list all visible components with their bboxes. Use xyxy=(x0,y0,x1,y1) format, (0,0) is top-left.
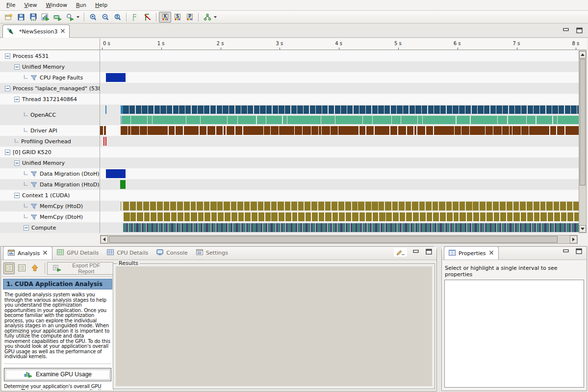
tree-item-memcpy-htod[interactable]: MemCpy (HtoD) xyxy=(0,201,100,211)
timeline-interval-bar[interactable] xyxy=(417,126,425,135)
scroll-up-button[interactable] xyxy=(579,51,586,58)
timeline-interval-bar[interactable] xyxy=(541,223,544,232)
close-icon[interactable] xyxy=(488,250,494,257)
timeline-interval-bar[interactable] xyxy=(561,223,564,232)
timeline-interval-bar[interactable] xyxy=(157,202,163,210)
timeline-interval-bar[interactable] xyxy=(223,223,226,232)
timeline-interval-bar[interactable] xyxy=(169,126,175,135)
timeline-interval-bar[interactable] xyxy=(124,212,129,221)
timeline-interval-bar[interactable] xyxy=(248,223,251,232)
timeline-interval-bar[interactable] xyxy=(153,116,186,124)
timeline-interval-bar[interactable] xyxy=(559,105,564,114)
timeline-interval-bar[interactable] xyxy=(372,105,378,114)
timeline-interval-bar[interactable] xyxy=(406,212,412,221)
timeline-interval-bar[interactable] xyxy=(310,105,315,114)
timeline-interval-bar[interactable] xyxy=(129,105,135,114)
timeline-interval-bar[interactable] xyxy=(529,126,549,135)
process-colors-button[interactable]: P xyxy=(183,12,196,23)
tab-cpu-details[interactable]: CPU Details xyxy=(102,246,152,260)
timeline-interval-bar[interactable] xyxy=(121,105,123,114)
timeline-interval-bar[interactable] xyxy=(228,223,231,232)
timeline-interval-bar[interactable] xyxy=(231,212,237,221)
timeline-interval-bar[interactable] xyxy=(357,223,360,232)
timeline-interval-bar[interactable] xyxy=(229,105,234,114)
timeline-interval-bar[interactable] xyxy=(392,223,395,232)
timeline-interval-bar[interactable] xyxy=(153,223,156,232)
timeline-interval-bar[interactable] xyxy=(131,116,147,124)
minimize-icon[interactable] xyxy=(562,27,570,35)
minimize-icon[interactable] xyxy=(412,249,420,256)
timeline-interval-bar[interactable] xyxy=(205,212,210,221)
timeline-interval-bar[interactable] xyxy=(140,126,147,135)
timeline-interval-bar[interactable] xyxy=(363,116,372,124)
timeline-interval-bar[interactable] xyxy=(211,212,217,221)
timeline-interval-bar[interactable] xyxy=(245,212,251,221)
timeline-interval-bar[interactable] xyxy=(359,105,365,114)
timeline-interval-bar[interactable] xyxy=(366,126,374,135)
timeline-interval-bar[interactable] xyxy=(178,212,183,221)
timeline-interval-bar[interactable] xyxy=(282,223,285,232)
timeline-interval-bar[interactable] xyxy=(407,126,413,135)
timeline-interval-bar[interactable] xyxy=(273,223,276,232)
maximize-icon[interactable] xyxy=(425,248,433,257)
timeline-interval-bar[interactable] xyxy=(433,202,438,210)
timeline-interval-bar[interactable] xyxy=(335,116,362,124)
timeline-interval-bar[interactable] xyxy=(154,105,160,114)
timeline-interval-bar[interactable] xyxy=(192,105,197,114)
timeline-interval-bar[interactable] xyxy=(554,202,559,210)
collapse-toggle-icon[interactable] xyxy=(5,86,10,91)
timeline-interval-bar[interactable] xyxy=(244,202,250,210)
timeline-interval-bar[interactable] xyxy=(193,223,196,232)
timeline-interval-bar[interactable] xyxy=(373,212,378,221)
timeline-interval-bar[interactable] xyxy=(164,202,169,210)
timeline-track-cpu-page-faults[interactable] xyxy=(100,72,579,83)
tab-properties[interactable]: Properties xyxy=(444,246,499,260)
timeline-interval-bar[interactable] xyxy=(454,212,459,221)
timeline-interval-bar[interactable] xyxy=(427,212,432,221)
tree-item-cpu-page-faults[interactable]: CPU Page Faults xyxy=(0,72,100,83)
timeline-interval-bar[interactable] xyxy=(352,202,358,210)
timeline-interval-bar[interactable] xyxy=(440,105,446,114)
timeline-interval-bar[interactable] xyxy=(177,202,182,210)
timeline-interval-bar[interactable] xyxy=(158,223,161,232)
timeline-interval-bar[interactable] xyxy=(528,105,533,114)
timeline-interval-bar[interactable] xyxy=(486,212,493,221)
timeline-interval-bar[interactable] xyxy=(417,223,420,232)
timeline-interval-bar[interactable] xyxy=(484,105,489,114)
timeline-interval-bar[interactable] xyxy=(440,212,445,221)
timeline-track-openacc[interactable] xyxy=(100,105,579,125)
timeline-interval-bar[interactable] xyxy=(432,223,435,232)
timeline-track-memcpy-htod[interactable] xyxy=(100,201,579,211)
timeline-interval-bar[interactable] xyxy=(426,202,432,210)
menu-window[interactable]: Window xyxy=(42,0,72,10)
timeline-interval-bar[interactable] xyxy=(105,105,106,114)
timeline-interval-bar[interactable] xyxy=(342,223,345,232)
timeline-interval-bar[interactable] xyxy=(477,223,480,232)
timeline-interval-bar[interactable] xyxy=(515,105,520,114)
timeline-interval-bar[interactable] xyxy=(273,105,278,114)
timeline-interval-bar[interactable] xyxy=(447,223,450,232)
timeline-interval-bar[interactable] xyxy=(208,223,211,232)
timeline-interval-bar[interactable] xyxy=(148,223,151,232)
timeline-interval-bar[interactable] xyxy=(331,126,337,135)
collapse-toggle-icon[interactable] xyxy=(5,53,10,59)
timeline-interval-bar[interactable] xyxy=(511,223,514,232)
timeline-interval-bar[interactable] xyxy=(298,212,305,221)
timeline-interval-bar[interactable] xyxy=(121,126,127,135)
hscroll-thumb[interactable] xyxy=(109,236,558,243)
timeline-interval-bar[interactable] xyxy=(203,223,206,232)
timeline-interval-bar[interactable] xyxy=(502,126,509,135)
timeline-interval-bar[interactable] xyxy=(167,105,172,114)
timeline-interval-bar[interactable] xyxy=(419,202,425,210)
timeline-interval-bar[interactable] xyxy=(510,126,512,135)
run-analysis-button[interactable] xyxy=(64,12,76,23)
timeline-interval-bar[interactable] xyxy=(186,116,200,124)
timeline-interval-bar[interactable] xyxy=(453,105,458,114)
timeline-interval-bar[interactable] xyxy=(271,126,279,135)
timeline-interval-bar[interactable] xyxy=(263,223,266,232)
timeline-interval-bar[interactable] xyxy=(537,223,539,232)
generate-timeline-button[interactable] xyxy=(39,12,51,23)
timeline-interval-bar[interactable] xyxy=(439,202,445,210)
timeline-interval-bar[interactable] xyxy=(567,202,572,210)
timeline-interval-bar[interactable] xyxy=(472,223,475,232)
